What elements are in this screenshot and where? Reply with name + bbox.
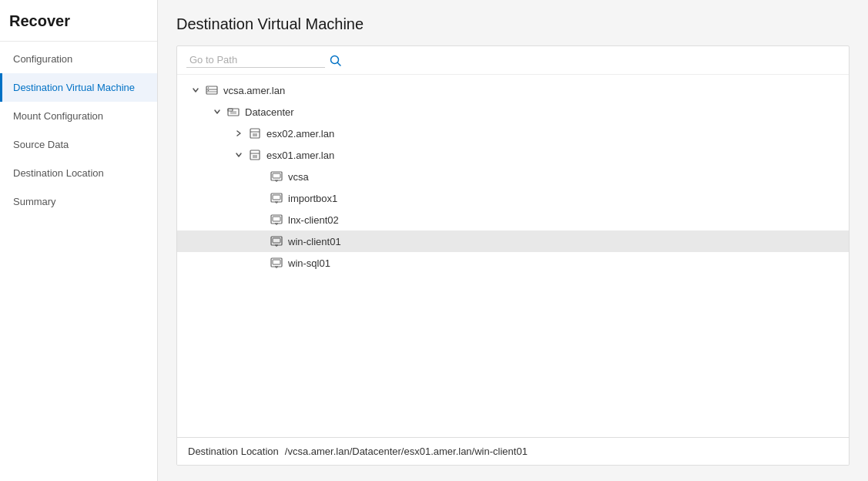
svg-point-5	[208, 87, 209, 89]
destination-location-label: Destination Location	[188, 446, 279, 457]
vm-icon	[270, 213, 283, 227]
tree-node-vcsa[interactable]: vcsa	[177, 166, 849, 187]
svg-point-6	[208, 90, 209, 92]
app-title: Recover	[0, 0, 157, 42]
node-label: lnx-client02	[288, 214, 339, 226]
chevron-down-icon	[211, 106, 223, 118]
sidebar-item-destination-location[interactable]: Destination Location	[0, 159, 157, 187]
svg-rect-8	[228, 109, 233, 111]
search-icon[interactable]	[330, 53, 342, 67]
sidebar-item-configuration[interactable]: Configuration	[0, 45, 157, 73]
page-title: Destination Virtual Machine	[176, 15, 850, 33]
sidebar-item-source-data[interactable]: Source Data	[0, 130, 157, 159]
svg-rect-11	[250, 129, 260, 138]
sidebar-item-label: Configuration	[13, 53, 72, 65]
tree-node-win-client01[interactable]: win-client01	[177, 230, 849, 252]
host-icon	[248, 126, 262, 140]
svg-rect-20	[273, 173, 280, 178]
tree-node-importbox1[interactable]: importbox1	[177, 187, 849, 209]
svg-rect-7	[228, 109, 239, 116]
svg-rect-36	[273, 260, 280, 264]
sidebar-nav: Configuration Destination Virtual Machin…	[0, 42, 157, 216]
search-bar	[177, 46, 849, 75]
chevron-down-icon	[189, 84, 202, 96]
tree-node-esx02-amer-lan[interactable]: esx02.amer.lan	[177, 123, 849, 144]
destination-location-bar: Destination Location /vcsa.amer.lan/Data…	[177, 437, 849, 465]
svg-rect-15	[250, 150, 260, 160]
tree-content: vcsa.amer.lan Datacenter	[177, 75, 849, 437]
tree-node-esx01-amer-lan[interactable]: esx01.amer.lan	[177, 144, 849, 166]
sidebar-item-label: Mount Configuration	[13, 110, 103, 122]
node-label: vcsa.amer.lan	[223, 85, 285, 96]
tree-node-datacenter[interactable]: Datacenter	[177, 101, 849, 123]
sidebar: Recover Configuration Destination Virtua…	[0, 0, 158, 481]
sidebar-item-mount-configuration[interactable]: Mount Configuration	[0, 102, 157, 130]
node-label: esx01.amer.lan	[266, 150, 334, 161]
svg-rect-32	[273, 238, 280, 243]
vm-icon	[270, 170, 283, 183]
destination-location-value: /vcsa.amer.lan/Datacenter/esx01.amer.lan…	[285, 446, 528, 457]
sidebar-item-label: Summary	[13, 196, 56, 207]
sidebar-item-destination-vm[interactable]: Destination Virtual Machine	[0, 73, 157, 102]
node-label: importbox1	[288, 193, 337, 204]
node-label: win-client01	[288, 236, 341, 247]
sidebar-item-label: Source Data	[13, 139, 69, 150]
vm-icon	[270, 234, 283, 248]
tree-node-lnx-client02[interactable]: lnx-client02	[177, 209, 849, 230]
vm-icon	[270, 191, 283, 205]
chevron-down-icon	[233, 149, 245, 161]
node-label: vcsa	[288, 171, 309, 183]
tree-node-win-sql01[interactable]: win-sql01	[177, 252, 849, 274]
node-label: win-sql01	[288, 257, 330, 269]
search-input[interactable]	[186, 52, 325, 68]
sidebar-item-summary[interactable]: Summary	[0, 187, 157, 216]
svg-rect-24	[273, 195, 280, 200]
tree-node-vcsa-amer-lan[interactable]: vcsa.amer.lan	[177, 79, 849, 101]
sidebar-item-label: Destination Virtual Machine	[13, 82, 135, 93]
svg-line-1	[338, 62, 341, 66]
chevron-right-icon	[233, 127, 245, 140]
tree-panel: vcsa.amer.lan Datacenter	[176, 45, 850, 466]
sidebar-item-label: Destination Location	[13, 167, 104, 179]
datacenter-folder-icon	[226, 105, 240, 119]
host-icon	[248, 148, 262, 162]
svg-rect-28	[273, 217, 280, 221]
node-label: esx02.amer.lan	[266, 128, 334, 140]
datacenter-icon	[205, 83, 219, 97]
node-label: Datacenter	[245, 106, 294, 118]
vm-icon	[270, 256, 283, 270]
main-content: Destination Virtual Machine v	[158, 0, 868, 481]
